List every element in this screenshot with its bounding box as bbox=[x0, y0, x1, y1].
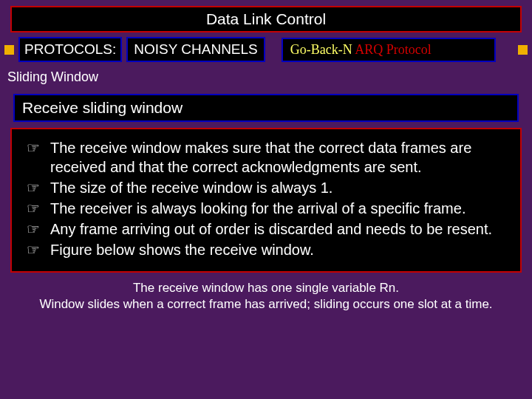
bullet-text: Figure below shows the receive window. bbox=[50, 240, 314, 259]
footer-note: The receive window has one single variab… bbox=[10, 280, 522, 313]
hand-bullet-icon: ☞ bbox=[25, 240, 50, 259]
slide-title: Data Link Control bbox=[10, 6, 522, 33]
goback-text-2: ARQ Protocol bbox=[355, 42, 432, 57]
footer-line-1: The receive window has one single variab… bbox=[10, 280, 522, 296]
hand-bullet-icon: ☞ bbox=[25, 219, 50, 239]
sub-heading: Sliding Window bbox=[0, 66, 532, 88]
goback-text-1: Go-Back-N bbox=[290, 42, 355, 57]
square-bullet-icon bbox=[4, 45, 14, 55]
tag-row: PROTOCOLS: NOISY CHANNELS Go-Back-N ARQ … bbox=[4, 37, 528, 62]
list-item: ☞ The receiver is always looking for the… bbox=[25, 199, 507, 218]
list-item: ☞ Any frame arriving out of order is dis… bbox=[25, 219, 507, 239]
go-back-n-label: Go-Back-N ARQ Protocol bbox=[282, 38, 496, 62]
hand-bullet-icon: ☞ bbox=[25, 199, 50, 218]
section-title: Receive sliding window bbox=[13, 94, 519, 122]
hand-bullet-icon: ☞ bbox=[25, 178, 50, 197]
footer-line-2: Window slides when a correct frame has a… bbox=[10, 296, 522, 313]
bullet-text: Any frame arriving out of order is disca… bbox=[50, 219, 492, 239]
content-box: ☞ The receive window makes sure that the… bbox=[10, 128, 522, 273]
bullet-text: The receiver is always looking for the a… bbox=[50, 199, 466, 218]
protocols-label: PROTOCOLS: bbox=[18, 37, 122, 62]
list-item: ☞ The receive window makes sure that the… bbox=[25, 138, 507, 177]
noisy-channels-label: NOISY CHANNELS bbox=[126, 37, 265, 62]
bullet-text: The receive window makes sure that the c… bbox=[50, 138, 507, 177]
list-item: ☞ The size of the receive window is alwa… bbox=[25, 178, 507, 197]
bullet-text: The size of the receive window is always… bbox=[50, 178, 332, 197]
hand-bullet-icon: ☞ bbox=[25, 138, 50, 157]
list-item: ☞ Figure below shows the receive window. bbox=[25, 240, 507, 259]
square-bullet-icon bbox=[518, 45, 528, 55]
